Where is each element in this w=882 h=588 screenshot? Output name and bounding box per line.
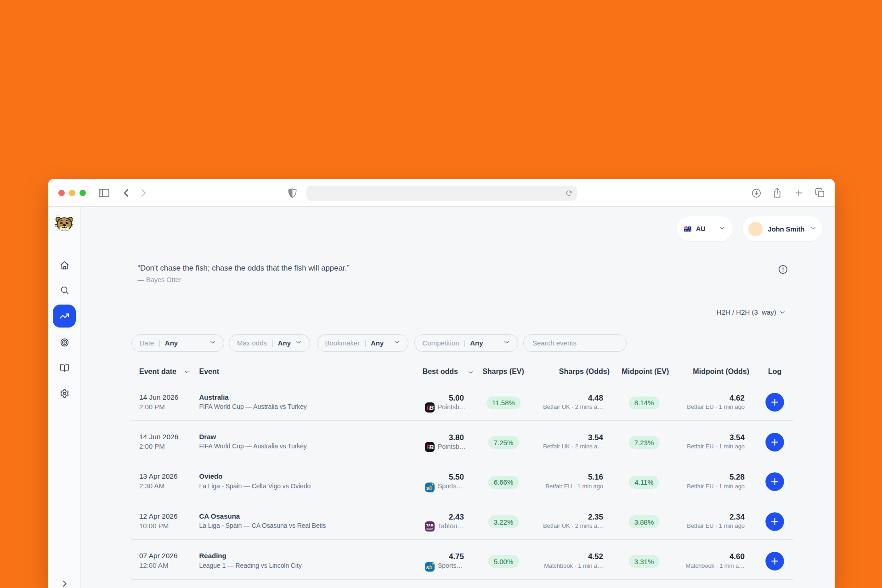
svg-text:b: b xyxy=(429,485,433,491)
svg-text:b: b xyxy=(429,564,433,571)
svg-text:touch: touch xyxy=(426,527,433,530)
svg-text:TAB: TAB xyxy=(426,523,434,527)
svg-text:B: B xyxy=(430,444,434,451)
svg-text:B: B xyxy=(430,404,434,411)
